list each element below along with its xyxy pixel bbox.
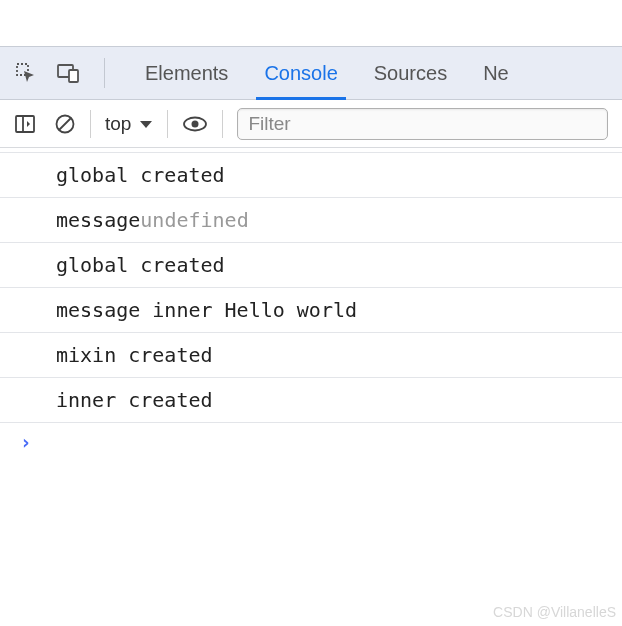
- devtools-tab-bar: Elements Console Sources Ne: [0, 46, 622, 100]
- svg-point-8: [192, 120, 199, 127]
- live-expression-icon[interactable]: [182, 113, 208, 135]
- watermark: CSDN @VillanelleS: [493, 604, 616, 620]
- log-line: message undefined: [0, 198, 622, 243]
- log-text: message inner Hello world: [56, 296, 357, 324]
- log-text: global created: [56, 251, 225, 279]
- sidebar-toggle-icon[interactable]: [14, 113, 36, 135]
- log-text: mixin created: [56, 341, 213, 369]
- log-text: global created: [56, 161, 225, 189]
- log-line: message inner Hello world: [0, 288, 622, 333]
- clear-console-icon[interactable]: [54, 113, 76, 135]
- log-text: inner created: [56, 386, 213, 414]
- console-toolbar: top: [0, 100, 622, 148]
- inspect-icon[interactable]: [14, 61, 38, 85]
- device-toggle-icon[interactable]: [56, 61, 82, 85]
- console-output: global createdmessage undefinedglobal cr…: [0, 152, 622, 423]
- svg-rect-2: [69, 70, 78, 82]
- tab-elements[interactable]: Elements: [127, 47, 246, 99]
- log-line: global created: [0, 152, 622, 198]
- chevron-down-icon: [139, 113, 153, 135]
- context-selector[interactable]: top: [105, 113, 153, 135]
- log-line: global created: [0, 243, 622, 288]
- tab-sources[interactable]: Sources: [356, 47, 465, 99]
- tab-console[interactable]: Console: [246, 47, 355, 99]
- filter-input[interactable]: [237, 108, 608, 140]
- log-line: inner created: [0, 378, 622, 423]
- context-label: top: [105, 113, 131, 135]
- log-undefined: undefined: [140, 206, 248, 234]
- svg-line-6: [59, 118, 71, 130]
- log-line: mixin created: [0, 333, 622, 378]
- tab-network-partial[interactable]: Ne: [465, 47, 509, 99]
- log-text: message: [56, 206, 140, 234]
- console-prompt[interactable]: ›: [0, 423, 622, 461]
- svg-rect-3: [16, 116, 34, 132]
